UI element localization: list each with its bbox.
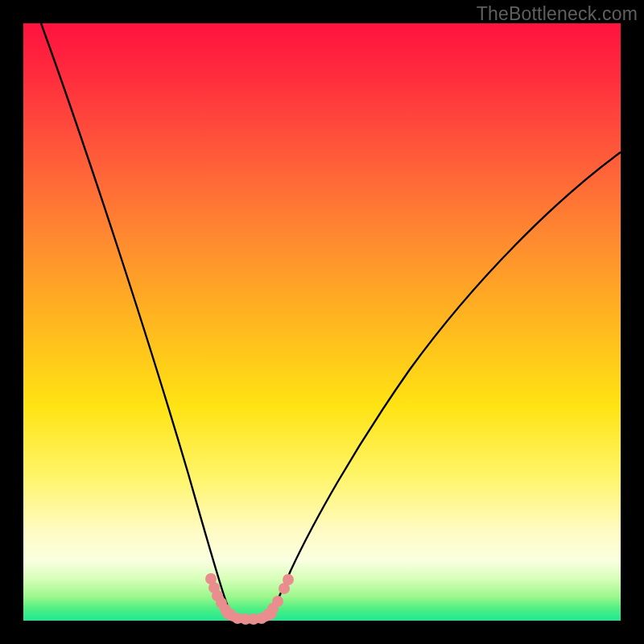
right-curve: [270, 152, 621, 616]
chart-frame: TheBottleneck.com: [0, 0, 644, 644]
chart-svg: [23, 23, 621, 621]
svg-point-14: [283, 574, 294, 585]
svg-point-12: [272, 596, 283, 607]
watermark-text: TheBottleneck.com: [477, 3, 638, 25]
left-curve: [41, 23, 232, 616]
